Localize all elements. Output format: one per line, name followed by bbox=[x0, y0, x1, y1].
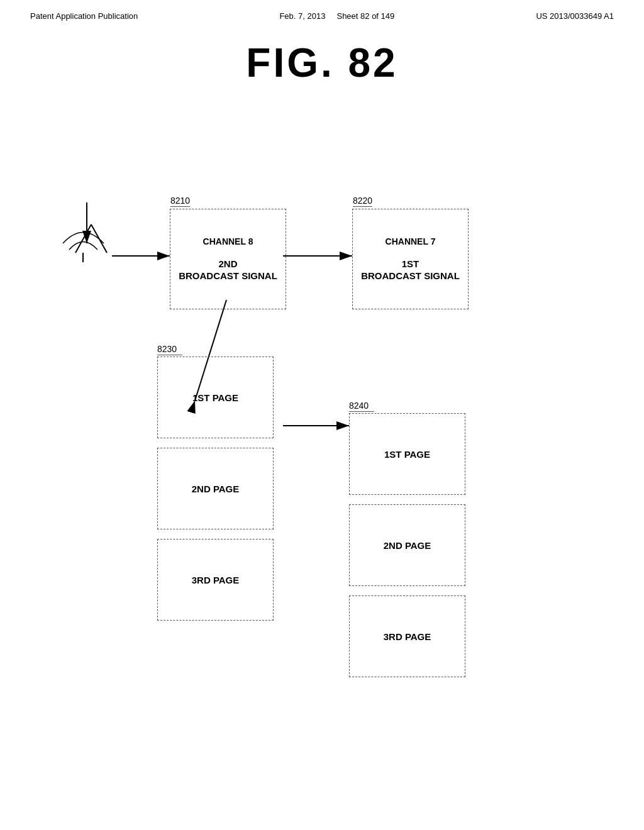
page-header: Patent Application Publication Feb. 7, 2… bbox=[0, 0, 644, 21]
box-8220: 8220 CHANNEL 7 1ST BROADCAST SIGNAL bbox=[352, 209, 469, 309]
header-date: Feb. 7, 2013 bbox=[279, 11, 325, 21]
svg-line-4 bbox=[91, 224, 107, 253]
box-8230-page1-label: 1ST PAGE bbox=[192, 392, 238, 403]
box-8240-page2: 2ND PAGE bbox=[349, 504, 465, 586]
box-8230-page2-label: 2ND PAGE bbox=[192, 484, 240, 494]
header-sheet: Sheet 82 of 149 bbox=[336, 11, 394, 21]
diagram-svg bbox=[0, 92, 644, 809]
diagram-area: 8210 CHANNEL 8 2ND BROADCAST SIGNAL 8220… bbox=[0, 92, 644, 809]
box-8240-page1-label: 1ST PAGE bbox=[384, 449, 430, 460]
box-8230-page3: 3RD PAGE bbox=[157, 539, 274, 621]
box-8220-label: 8220 bbox=[353, 196, 372, 207]
box-8210-channel: CHANNEL 8 bbox=[203, 236, 253, 246]
box-8240-page2-label: 2ND PAGE bbox=[384, 540, 431, 551]
box-8210-label: 8210 bbox=[170, 196, 190, 207]
header-middle: Feb. 7, 2013 Sheet 82 of 149 bbox=[279, 11, 394, 21]
box-8220-channel: CHANNEL 7 bbox=[386, 236, 436, 246]
box-8230-page1: 1ST PAGE bbox=[157, 357, 274, 438]
label-8240: 8240 bbox=[349, 401, 374, 412]
box-8220-signal: 1ST BROADCAST SIGNAL bbox=[361, 258, 460, 282]
header-right: US 2013/0033649 A1 bbox=[536, 11, 614, 21]
box-8240-page3-label: 3RD PAGE bbox=[384, 631, 431, 642]
label-8230: 8230 bbox=[157, 344, 182, 355]
box-8230-page3-label: 3RD PAGE bbox=[192, 575, 240, 585]
svg-line-3 bbox=[75, 224, 91, 253]
figure-title: FIG. 82 bbox=[0, 40, 644, 86]
box-8230-page2: 2ND PAGE bbox=[157, 448, 274, 529]
box-8240-page1: 1ST PAGE bbox=[349, 413, 465, 495]
box-8210-signal: 2ND BROADCAST SIGNAL bbox=[179, 258, 277, 282]
box-8210: 8210 CHANNEL 8 2ND BROADCAST SIGNAL bbox=[170, 209, 286, 309]
header-left: Patent Application Publication bbox=[30, 11, 138, 21]
box-8240-page3: 3RD PAGE bbox=[349, 595, 465, 677]
